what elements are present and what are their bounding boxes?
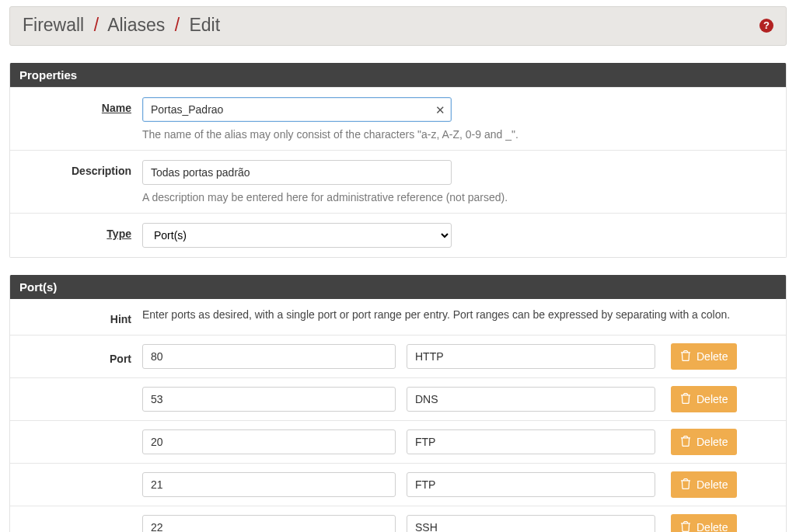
breadcrumb-separator: / xyxy=(89,15,103,35)
label-hint: Hint xyxy=(10,308,142,325)
breadcrumb: Firewall / Aliases / Edit xyxy=(23,15,220,36)
port-value-input[interactable] xyxy=(142,429,396,454)
panel-ports-title: Port(s) xyxy=(10,275,786,299)
port-value-input[interactable] xyxy=(142,344,396,369)
label-port: Port xyxy=(10,348,142,365)
breadcrumb-aliases[interactable]: Aliases xyxy=(107,15,165,35)
delete-button-label: Delete xyxy=(696,350,728,363)
delete-button-label: Delete xyxy=(696,478,728,491)
delete-button-label: Delete xyxy=(696,393,728,405)
port-description-input[interactable] xyxy=(407,344,655,369)
breadcrumb-edit: Edit xyxy=(189,15,220,35)
help-icon[interactable]: ? xyxy=(759,19,773,33)
port-value-input[interactable] xyxy=(142,515,396,532)
trash-icon xyxy=(680,478,691,492)
port-row: Delete xyxy=(10,420,786,463)
breadcrumb-separator: / xyxy=(170,15,184,35)
port-row: PortDelete xyxy=(10,335,786,377)
port-description-input[interactable] xyxy=(407,387,655,412)
delete-button-label: Delete xyxy=(696,521,728,532)
trash-icon xyxy=(680,521,691,533)
delete-button[interactable]: Delete xyxy=(671,429,737,455)
label-port xyxy=(10,440,142,444)
label-port xyxy=(10,525,142,530)
name-field[interactable] xyxy=(142,97,452,122)
delete-button[interactable]: Delete xyxy=(671,514,737,532)
port-row: Delete xyxy=(10,377,786,420)
port-row: Delete xyxy=(10,463,786,506)
port-rows: PortDeleteDeleteDeleteDeleteDeleteDelete xyxy=(10,335,786,532)
trash-icon xyxy=(680,350,691,363)
port-description-input[interactable] xyxy=(407,515,655,532)
trash-icon xyxy=(680,393,691,406)
row-type: Type Port(s) xyxy=(10,213,786,257)
port-row: Delete xyxy=(10,506,786,532)
label-description: Description xyxy=(10,160,142,177)
type-select[interactable]: Port(s) xyxy=(142,223,452,248)
description-field[interactable] xyxy=(142,160,452,185)
label-port xyxy=(10,482,142,487)
row-hint: Hint Enter ports as desired, with a sing… xyxy=(10,299,786,335)
row-name: Name ✕ The name of the alias may only co… xyxy=(10,87,786,150)
name-help-text: The name of the alias may only consist o… xyxy=(142,128,778,141)
panel-properties-title: Properties xyxy=(10,63,786,87)
label-port xyxy=(10,397,142,402)
delete-button[interactable]: Delete xyxy=(671,471,737,498)
port-description-input[interactable] xyxy=(407,429,655,454)
panel-ports: Port(s) Hint Enter ports as desired, wit… xyxy=(9,275,787,532)
port-value-input[interactable] xyxy=(142,387,396,412)
description-help-text: A description may be entered here for ad… xyxy=(142,191,778,203)
delete-button-label: Delete xyxy=(696,436,728,448)
port-value-input[interactable] xyxy=(142,472,396,497)
clear-input-icon[interactable]: ✕ xyxy=(435,104,445,116)
delete-button[interactable]: Delete xyxy=(671,386,737,412)
row-description: Description A description may be entered… xyxy=(10,150,786,213)
delete-button[interactable]: Delete xyxy=(671,343,737,370)
panel-properties: Properties Name ✕ The name of the alias … xyxy=(9,63,787,258)
label-type[interactable]: Type xyxy=(10,223,142,240)
label-name[interactable]: Name xyxy=(10,97,142,114)
hint-text: Enter ports as desired, with a single po… xyxy=(142,308,778,325)
breadcrumb-firewall[interactable]: Firewall xyxy=(23,15,84,35)
trash-icon xyxy=(680,436,691,449)
port-description-input[interactable] xyxy=(407,472,655,497)
page-header: Firewall / Aliases / Edit ? xyxy=(9,6,787,46)
